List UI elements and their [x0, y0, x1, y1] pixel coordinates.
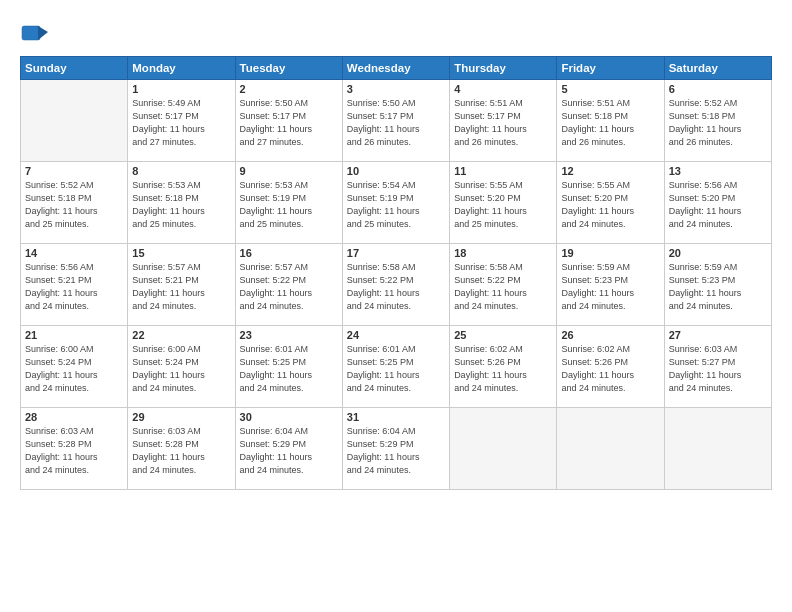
day-info: Sunrise: 5:52 AMSunset: 5:18 PMDaylight:… — [669, 97, 767, 149]
day-number: 24 — [347, 329, 445, 341]
weekday-header: Friday — [557, 57, 664, 80]
day-info: Sunrise: 6:00 AMSunset: 5:24 PMDaylight:… — [132, 343, 230, 395]
day-info: Sunrise: 6:02 AMSunset: 5:26 PMDaylight:… — [454, 343, 552, 395]
calendar-cell: 10Sunrise: 5:54 AMSunset: 5:19 PMDayligh… — [342, 162, 449, 244]
day-number: 11 — [454, 165, 552, 177]
day-info: Sunrise: 5:51 AMSunset: 5:17 PMDaylight:… — [454, 97, 552, 149]
calendar-cell: 1Sunrise: 5:49 AMSunset: 5:17 PMDaylight… — [128, 80, 235, 162]
day-info: Sunrise: 5:53 AMSunset: 5:18 PMDaylight:… — [132, 179, 230, 231]
day-number: 29 — [132, 411, 230, 423]
calendar-week-row: 7Sunrise: 5:52 AMSunset: 5:18 PMDaylight… — [21, 162, 772, 244]
day-number: 26 — [561, 329, 659, 341]
day-info: Sunrise: 5:57 AMSunset: 5:22 PMDaylight:… — [240, 261, 338, 313]
calendar-header: SundayMondayTuesdayWednesdayThursdayFrid… — [21, 57, 772, 80]
calendar-week-row: 1Sunrise: 5:49 AMSunset: 5:17 PMDaylight… — [21, 80, 772, 162]
day-number: 20 — [669, 247, 767, 259]
calendar-week-row: 28Sunrise: 6:03 AMSunset: 5:28 PMDayligh… — [21, 408, 772, 490]
day-info: Sunrise: 6:03 AMSunset: 5:28 PMDaylight:… — [25, 425, 123, 477]
weekday-row: SundayMondayTuesdayWednesdayThursdayFrid… — [21, 57, 772, 80]
calendar-cell: 25Sunrise: 6:02 AMSunset: 5:26 PMDayligh… — [450, 326, 557, 408]
day-number: 3 — [347, 83, 445, 95]
day-info: Sunrise: 5:55 AMSunset: 5:20 PMDaylight:… — [561, 179, 659, 231]
calendar-cell: 26Sunrise: 6:02 AMSunset: 5:26 PMDayligh… — [557, 326, 664, 408]
day-info: Sunrise: 5:50 AMSunset: 5:17 PMDaylight:… — [347, 97, 445, 149]
calendar-week-row: 21Sunrise: 6:00 AMSunset: 5:24 PMDayligh… — [21, 326, 772, 408]
day-number: 18 — [454, 247, 552, 259]
day-info: Sunrise: 5:53 AMSunset: 5:19 PMDaylight:… — [240, 179, 338, 231]
calendar-cell: 13Sunrise: 5:56 AMSunset: 5:20 PMDayligh… — [664, 162, 771, 244]
svg-rect-0 — [22, 26, 40, 40]
calendar-cell — [664, 408, 771, 490]
logo — [20, 18, 56, 50]
calendar-cell: 24Sunrise: 6:01 AMSunset: 5:25 PMDayligh… — [342, 326, 449, 408]
day-number: 28 — [25, 411, 123, 423]
calendar-cell: 12Sunrise: 5:55 AMSunset: 5:20 PMDayligh… — [557, 162, 664, 244]
day-info: Sunrise: 5:56 AMSunset: 5:21 PMDaylight:… — [25, 261, 123, 313]
day-info: Sunrise: 5:58 AMSunset: 5:22 PMDaylight:… — [454, 261, 552, 313]
calendar-cell: 27Sunrise: 6:03 AMSunset: 5:27 PMDayligh… — [664, 326, 771, 408]
weekday-header: Tuesday — [235, 57, 342, 80]
day-info: Sunrise: 5:50 AMSunset: 5:17 PMDaylight:… — [240, 97, 338, 149]
calendar-cell: 18Sunrise: 5:58 AMSunset: 5:22 PMDayligh… — [450, 244, 557, 326]
day-number: 9 — [240, 165, 338, 177]
calendar-cell: 5Sunrise: 5:51 AMSunset: 5:18 PMDaylight… — [557, 80, 664, 162]
day-number: 6 — [669, 83, 767, 95]
calendar-cell: 31Sunrise: 6:04 AMSunset: 5:29 PMDayligh… — [342, 408, 449, 490]
day-number: 27 — [669, 329, 767, 341]
day-number: 5 — [561, 83, 659, 95]
day-number: 21 — [25, 329, 123, 341]
day-number: 12 — [561, 165, 659, 177]
weekday-header: Saturday — [664, 57, 771, 80]
day-info: Sunrise: 5:58 AMSunset: 5:22 PMDaylight:… — [347, 261, 445, 313]
day-number: 4 — [454, 83, 552, 95]
day-number: 14 — [25, 247, 123, 259]
calendar-table: SundayMondayTuesdayWednesdayThursdayFrid… — [20, 56, 772, 490]
calendar-cell — [21, 80, 128, 162]
day-number: 17 — [347, 247, 445, 259]
weekday-header: Monday — [128, 57, 235, 80]
day-info: Sunrise: 5:56 AMSunset: 5:20 PMDaylight:… — [669, 179, 767, 231]
day-info: Sunrise: 5:52 AMSunset: 5:18 PMDaylight:… — [25, 179, 123, 231]
calendar-cell: 28Sunrise: 6:03 AMSunset: 5:28 PMDayligh… — [21, 408, 128, 490]
day-number: 10 — [347, 165, 445, 177]
day-number: 7 — [25, 165, 123, 177]
calendar-cell: 9Sunrise: 5:53 AMSunset: 5:19 PMDaylight… — [235, 162, 342, 244]
calendar-cell: 19Sunrise: 5:59 AMSunset: 5:23 PMDayligh… — [557, 244, 664, 326]
day-number: 22 — [132, 329, 230, 341]
day-info: Sunrise: 6:02 AMSunset: 5:26 PMDaylight:… — [561, 343, 659, 395]
day-info: Sunrise: 5:59 AMSunset: 5:23 PMDaylight:… — [669, 261, 767, 313]
calendar-cell: 4Sunrise: 5:51 AMSunset: 5:17 PMDaylight… — [450, 80, 557, 162]
calendar-cell: 23Sunrise: 6:01 AMSunset: 5:25 PMDayligh… — [235, 326, 342, 408]
calendar-cell: 20Sunrise: 5:59 AMSunset: 5:23 PMDayligh… — [664, 244, 771, 326]
day-info: Sunrise: 5:49 AMSunset: 5:17 PMDaylight:… — [132, 97, 230, 149]
day-number: 19 — [561, 247, 659, 259]
day-number: 31 — [347, 411, 445, 423]
weekday-header: Sunday — [21, 57, 128, 80]
day-info: Sunrise: 6:04 AMSunset: 5:29 PMDaylight:… — [347, 425, 445, 477]
calendar-cell: 3Sunrise: 5:50 AMSunset: 5:17 PMDaylight… — [342, 80, 449, 162]
day-number: 25 — [454, 329, 552, 341]
day-info: Sunrise: 5:55 AMSunset: 5:20 PMDaylight:… — [454, 179, 552, 231]
day-number: 2 — [240, 83, 338, 95]
day-number: 15 — [132, 247, 230, 259]
day-number: 30 — [240, 411, 338, 423]
day-info: Sunrise: 6:04 AMSunset: 5:29 PMDaylight:… — [240, 425, 338, 477]
calendar-body: 1Sunrise: 5:49 AMSunset: 5:17 PMDaylight… — [21, 80, 772, 490]
calendar-cell: 22Sunrise: 6:00 AMSunset: 5:24 PMDayligh… — [128, 326, 235, 408]
day-info: Sunrise: 6:01 AMSunset: 5:25 PMDaylight:… — [240, 343, 338, 395]
day-info: Sunrise: 6:03 AMSunset: 5:28 PMDaylight:… — [132, 425, 230, 477]
calendar-cell — [557, 408, 664, 490]
logo-icon — [20, 18, 52, 50]
day-info: Sunrise: 6:00 AMSunset: 5:24 PMDaylight:… — [25, 343, 123, 395]
day-info: Sunrise: 6:01 AMSunset: 5:25 PMDaylight:… — [347, 343, 445, 395]
weekday-header: Thursday — [450, 57, 557, 80]
svg-marker-1 — [38, 26, 48, 40]
calendar-cell: 14Sunrise: 5:56 AMSunset: 5:21 PMDayligh… — [21, 244, 128, 326]
day-number: 1 — [132, 83, 230, 95]
calendar-cell: 17Sunrise: 5:58 AMSunset: 5:22 PMDayligh… — [342, 244, 449, 326]
calendar-cell: 8Sunrise: 5:53 AMSunset: 5:18 PMDaylight… — [128, 162, 235, 244]
day-info: Sunrise: 6:03 AMSunset: 5:27 PMDaylight:… — [669, 343, 767, 395]
calendar-cell: 29Sunrise: 6:03 AMSunset: 5:28 PMDayligh… — [128, 408, 235, 490]
calendar-cell: 6Sunrise: 5:52 AMSunset: 5:18 PMDaylight… — [664, 80, 771, 162]
day-info: Sunrise: 5:57 AMSunset: 5:21 PMDaylight:… — [132, 261, 230, 313]
